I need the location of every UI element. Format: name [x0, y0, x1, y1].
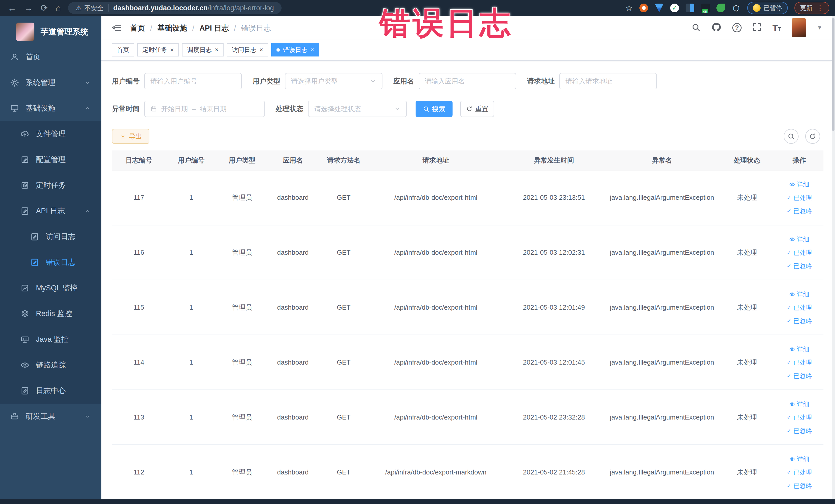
breadcrumb-item[interactable]: API 日志 — [200, 23, 229, 33]
table-row: 1151管理员dashboardGET/api/infra/db-doc/exp… — [112, 280, 823, 335]
action-ignored[interactable]: ✓已忽略 — [775, 314, 823, 328]
action-label: 详细 — [797, 287, 809, 301]
tab-调度日志[interactable]: 调度日志× — [182, 43, 224, 57]
action-ignored[interactable]: ✓已忽略 — [775, 479, 823, 492]
home-icon[interactable]: ⌂ — [56, 0, 61, 16]
breadcrumb-item[interactable]: 首页 — [130, 23, 145, 33]
action-ignored[interactable]: ✓已忽略 — [775, 204, 823, 218]
extension-on-badge-icon[interactable] — [701, 4, 710, 12]
chevron-down-icon[interactable]: ▼ — [817, 24, 822, 31]
tab-close-icon[interactable]: × — [215, 46, 219, 54]
fullscreen-icon[interactable] — [752, 23, 761, 33]
sidebar-item-infra[interactable]: 基础设施 — [0, 96, 101, 121]
github-icon[interactable] — [711, 22, 721, 33]
back-icon[interactable]: ← — [8, 0, 16, 16]
tab-访问日志[interactable]: 访问日志× — [227, 43, 268, 57]
address-bar[interactable]: ⚠ 不安全 dashboard.yudao.iocoder.cn /infra/… — [68, 2, 282, 14]
sidebar-item-dev-tools[interactable]: 研发工具 — [0, 404, 101, 429]
reset-button[interactable]: 重置 — [460, 101, 494, 117]
browser-menu-icon[interactable]: ⋮ — [816, 4, 824, 12]
request-url-input[interactable] — [559, 73, 657, 89]
sidebar-item-trace[interactable]: 链路追踪 — [0, 352, 101, 378]
action-ignored[interactable]: ✓已忽略 — [775, 259, 823, 273]
sidebar-item-log-center[interactable]: 日志中心 — [0, 378, 101, 404]
extension-leaf-icon[interactable] — [716, 4, 725, 12]
action-processed[interactable]: ✓已处理 — [775, 466, 823, 479]
user-type-select[interactable]: 请选择用户类型 — [285, 73, 383, 89]
action-processed[interactable]: ✓已处理 — [775, 246, 823, 259]
sidebar-item-file[interactable]: 文件管理 — [0, 121, 101, 147]
help-icon[interactable]: ? — [732, 23, 741, 32]
scrollbar-thumb[interactable] — [832, 18, 834, 131]
cell-user_id: 1 — [166, 280, 217, 335]
sidebar-item-home[interactable]: 首页 — [0, 44, 101, 70]
extension-grid-icon[interactable] — [686, 4, 694, 12]
cell-actions: 详细✓已处理✓已忽略 — [775, 170, 823, 225]
sidebar-item-config[interactable]: 配置管理 — [0, 147, 101, 173]
action-detail[interactable]: 详细 — [775, 178, 823, 191]
action-processed[interactable]: ✓已处理 — [775, 356, 823, 369]
check-icon: ✓ — [787, 246, 791, 259]
bookmark-star-icon[interactable]: ☆ — [625, 3, 633, 13]
cell-actions: 详细✓已处理✓已忽略 — [775, 225, 823, 280]
action-processed[interactable]: ✓已处理 — [775, 411, 823, 424]
cell-id: 114 — [112, 335, 166, 390]
tab-close-icon[interactable]: × — [311, 46, 314, 54]
extension-orange-icon[interactable] — [639, 4, 648, 12]
process-status-select[interactable]: 请选择处理状态 — [308, 101, 407, 117]
action-detail[interactable]: 详细 — [775, 343, 823, 356]
scrollbar-track[interactable] — [832, 16, 835, 499]
sidebar-logo-row[interactable]: 芋道管理系统 — [0, 16, 101, 41]
filter-form: 用户编号 用户类型 请选择用户类型 应用名 请求地址 异常时间 开始日期 – — [101, 61, 832, 117]
sidebar-item-label: MySQL 监控 — [36, 283, 78, 293]
refresh-icon[interactable] — [805, 129, 820, 144]
tab-首页[interactable]: 首页 — [111, 43, 134, 57]
sidebar-item-job[interactable]: 定时任务 — [0, 173, 101, 198]
sidebar-item-api-log[interactable]: API 日志 — [0, 198, 101, 224]
action-ignored[interactable]: ✓已忽略 — [775, 369, 823, 383]
sidebar-item-label: 链路追踪 — [36, 360, 66, 370]
chevron-down-icon — [84, 80, 90, 86]
sidebar-item-access-log[interactable]: 访问日志 — [0, 224, 101, 249]
action-detail[interactable]: 详细 — [775, 398, 823, 411]
action-detail[interactable]: 详细 — [775, 452, 823, 466]
column-header: 用户类型 — [217, 150, 267, 170]
action-processed[interactable]: ✓已处理 — [775, 301, 823, 314]
extension-green-check-icon[interactable]: ✓ — [670, 4, 679, 12]
search-button[interactable]: 搜索 — [415, 101, 452, 117]
tab-close-icon[interactable]: × — [260, 46, 263, 54]
profile-paused-badge[interactable]: 已暂停 — [747, 2, 788, 14]
app-name-input[interactable] — [419, 73, 516, 89]
cell-user_type: 管理员 — [217, 280, 267, 335]
forward-icon[interactable]: → — [24, 0, 33, 16]
reload-icon[interactable]: ⟳ — [41, 0, 48, 16]
cell-app: dashboard — [267, 335, 318, 390]
sidebar-collapse-icon[interactable] — [111, 23, 122, 34]
sidebar-item-error-log[interactable]: 错误日志 — [0, 249, 101, 275]
font-size-icon[interactable]: TT — [772, 23, 781, 33]
action-detail[interactable]: 详细 — [775, 287, 823, 301]
extensions-puzzle-icon[interactable]: ⬡ — [732, 4, 740, 12]
action-ignored[interactable]: ✓已忽略 — [775, 424, 823, 438]
sidebar-item-redis[interactable]: Redis 监控 — [0, 301, 101, 327]
tab-close-icon[interactable]: × — [170, 46, 174, 54]
cell-url: /api/infra/db-doc/export-html — [369, 170, 503, 225]
update-button[interactable]: 更新 ⋮ — [794, 2, 829, 14]
action-processed[interactable]: ✓已处理 — [775, 191, 823, 204]
exception-time-range-picker[interactable]: 开始日期 – 结束日期 — [144, 101, 265, 117]
search-icon[interactable] — [691, 23, 700, 33]
tab-定时任务[interactable]: 定时任务× — [137, 43, 179, 57]
sidebar-item-system[interactable]: 系统管理 — [0, 70, 101, 96]
avatar[interactable] — [792, 18, 806, 37]
export-button[interactable]: 导出 — [112, 129, 149, 144]
user-id-input[interactable] — [144, 73, 242, 89]
sidebar-item-java[interactable]: Java 监控 — [0, 327, 101, 352]
action-detail[interactable]: 详细 — [775, 233, 823, 246]
cell-method: GET — [318, 390, 369, 445]
breadcrumb-item[interactable]: 基础设施 — [157, 23, 187, 33]
sidebar-item-mysql[interactable]: MySQL 监控 — [0, 275, 101, 301]
tab-错误日志[interactable]: 错误日志× — [271, 43, 319, 57]
chevron-up-icon — [84, 208, 90, 214]
extension-shield-icon[interactable] — [655, 4, 664, 12]
toggle-search-icon[interactable] — [784, 129, 798, 144]
